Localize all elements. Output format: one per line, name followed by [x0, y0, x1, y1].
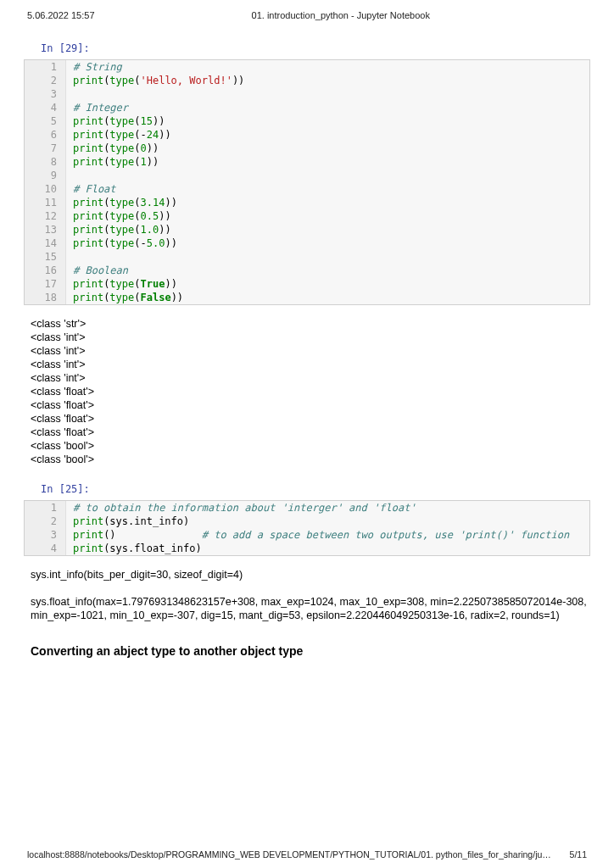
header-timestamp: 5.06.2022 15:57 — [27, 10, 95, 20]
header-doc-title: 01. introduction_python - Jupyter Notebo… — [252, 10, 430, 20]
code-line: 13print(type(1.0)) — [25, 223, 589, 236]
code-line: 17print(type(True)) — [25, 277, 589, 291]
line-number: 7 — [25, 142, 66, 155]
code-text: print(type('Hello, World!')) — [66, 74, 244, 87]
line-number: 17 — [25, 277, 66, 291]
footer-page-number: 5/11 — [570, 849, 587, 860]
cell-output: sys.int_info(bits_per_digit=30, sizeof_d… — [31, 568, 590, 622]
cell-output: <class 'str'> <class 'int'> <class 'int'… — [31, 317, 590, 466]
input-prompt: In [25]: — [41, 483, 590, 495]
code-line: 7print(type(0)) — [25, 142, 589, 155]
code-line: 1# to obtain the information about 'inte… — [25, 501, 589, 515]
code-text: print() # to add a space between two out… — [66, 528, 569, 542]
line-number: 5 — [25, 114, 66, 128]
code-text: print(type(3.14)) — [66, 196, 177, 209]
code-line: 11print(type(3.14)) — [25, 196, 589, 209]
line-number: 3 — [25, 87, 66, 101]
code-text: # Float — [66, 182, 116, 196]
code-cell[interactable]: 1# to obtain the information about 'inte… — [24, 500, 590, 556]
code-text: print(sys.float_info) — [66, 542, 202, 555]
code-text: print(type(0)) — [66, 142, 159, 155]
line-number: 8 — [25, 155, 66, 169]
code-text: print(type(15)) — [66, 114, 165, 128]
code-line: 4# Integer — [25, 101, 589, 114]
line-number: 4 — [25, 542, 66, 555]
code-text: print(sys.int_info) — [66, 515, 189, 528]
code-line: 1# String — [25, 60, 589, 74]
code-line: 10# Float — [25, 182, 589, 196]
code-line: 18print(type(False)) — [25, 291, 589, 304]
code-text: print(type(1)) — [66, 155, 159, 169]
line-number: 13 — [25, 223, 66, 236]
code-line: 8print(type(1)) — [25, 155, 589, 169]
code-line: 6print(type(-24)) — [25, 128, 589, 142]
code-line: 12print(type(0.5)) — [25, 209, 589, 223]
line-number: 12 — [25, 209, 66, 223]
code-text: print(type(1.0)) — [66, 223, 171, 236]
code-line: 3 — [25, 87, 589, 101]
code-text: # Integer — [66, 101, 128, 114]
page-header: 5.06.2022 15:57 01. introduction_python … — [0, 0, 614, 36]
line-number: 2 — [25, 515, 66, 528]
input-prompt: In [29]: — [41, 42, 590, 54]
code-line: 3print() # to add a space between two ou… — [25, 528, 589, 542]
code-cell[interactable]: 1# String2print(type('Hello, World!'))3 … — [24, 59, 590, 305]
line-number: 3 — [25, 528, 66, 542]
code-text — [66, 250, 79, 264]
code-text: # String — [66, 60, 122, 74]
code-line: 16# Boolean — [25, 264, 589, 277]
code-line: 14print(type(-5.0)) — [25, 236, 589, 250]
content-area: In [29]: 1# String2print(type('Hello, Wo… — [0, 42, 614, 658]
page-footer: localhost:8888/notebooks/Desktop/PROGRAM… — [0, 849, 614, 860]
code-text — [66, 169, 79, 182]
code-line: 5print(type(15)) — [25, 114, 589, 128]
code-text: print(type(False)) — [66, 291, 183, 304]
code-text: print(type(-5.0)) — [66, 236, 177, 250]
line-number: 1 — [25, 501, 66, 515]
code-text: print(type(-24)) — [66, 128, 171, 142]
line-number: 14 — [25, 236, 66, 250]
code-line: 15 — [25, 250, 589, 264]
code-line: 4print(sys.float_info) — [25, 542, 589, 555]
code-text: print(type(0.5)) — [66, 209, 171, 223]
line-number: 6 — [25, 128, 66, 142]
line-number: 10 — [25, 182, 66, 196]
code-text: print(type(True)) — [66, 277, 177, 291]
line-number: 4 — [25, 101, 66, 114]
page: 5.06.2022 15:57 01. introduction_python … — [0, 0, 614, 868]
line-number: 11 — [25, 196, 66, 209]
line-number: 15 — [25, 250, 66, 264]
line-number: 9 — [25, 169, 66, 182]
code-text — [66, 87, 79, 101]
code-text: # Boolean — [66, 264, 128, 277]
code-text: # to obtain the information about 'inter… — [66, 501, 416, 515]
line-number: 16 — [25, 264, 66, 277]
line-number: 18 — [25, 291, 66, 304]
line-number: 2 — [25, 74, 66, 87]
line-number: 1 — [25, 60, 66, 74]
footer-path: localhost:8888/notebooks/Desktop/PROGRAM… — [27, 849, 553, 860]
section-heading: Converting an abject type to another obj… — [31, 644, 590, 658]
code-line: 2print(sys.int_info) — [25, 515, 589, 528]
code-line: 9 — [25, 169, 589, 182]
code-line: 2print(type('Hello, World!')) — [25, 74, 589, 87]
